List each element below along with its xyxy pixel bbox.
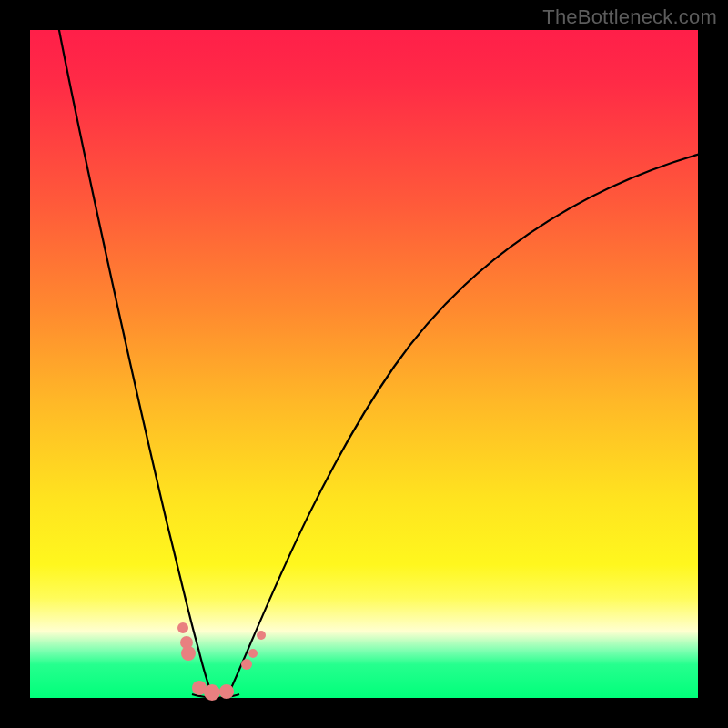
curve-left-branch — [57, 21, 212, 694]
marker-dot — [219, 684, 234, 699]
chart-curves — [30, 30, 698, 698]
marker-dot — [177, 622, 188, 633]
chart-frame: TheBottleneck.com — [0, 0, 728, 728]
marker-dot — [248, 649, 258, 658]
marker-dot — [204, 684, 220, 701]
marker-dot — [181, 646, 196, 661]
watermark-text: TheBottleneck.com — [542, 5, 717, 29]
marker-dot — [241, 659, 252, 670]
chart-plot-area — [30, 30, 698, 698]
marker-dot — [257, 631, 266, 640]
curve-right-branch — [228, 153, 703, 694]
